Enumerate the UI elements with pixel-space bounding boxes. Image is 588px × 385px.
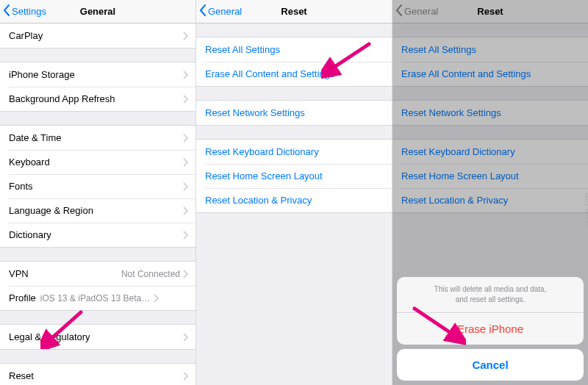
row-label: Keyboard (9, 156, 183, 168)
row-label: Dictionary (9, 229, 183, 240)
chevron-right-icon (183, 372, 188, 381)
row-date-time[interactable]: Date & Time (0, 126, 196, 150)
row-reset-location-privacy-dim: Reset Location & Privacy (392, 188, 588, 212)
group-reset-all-dim: Reset All Settings Erase All Content and… (392, 37, 588, 87)
group-reset-network: Reset Network Settings (196, 100, 392, 126)
row-fonts[interactable]: Fonts (0, 174, 196, 198)
row-language-region[interactable]: Language & Region (0, 198, 196, 223)
action-sheet-message: This will delete all media and data, and… (397, 277, 584, 313)
chevron-left-icon (199, 4, 208, 18)
back-label: General (208, 6, 242, 17)
back-label: General (404, 6, 438, 17)
back-button-settings[interactable]: Settings (3, 4, 46, 18)
chevron-right-icon (183, 134, 188, 143)
group-reset-network-dim: Reset Network Settings (392, 100, 588, 126)
row-keyboard[interactable]: Keyboard (0, 150, 196, 174)
action-sheet-main: This will delete all media and data, and… (397, 277, 584, 345)
row-label: Fonts (9, 181, 183, 192)
row-reset-all-settings-dim: Reset All Settings (392, 37, 588, 62)
group-legal: Legal & Regulatory (0, 324, 196, 350)
group-reset-other-dim: Reset Keyboard Dictionary Reset Home Scr… (392, 139, 588, 213)
row-label: VPN (9, 268, 121, 279)
row-label: Date & Time (9, 132, 183, 143)
chevron-right-icon (183, 32, 188, 40)
group-carplay: CarPlay (0, 24, 196, 48)
chevron-right-icon (183, 158, 188, 167)
panel-reset: General Reset Reset All Settings Erase A… (196, 0, 392, 385)
nav-title: Reset (477, 6, 503, 17)
navbar-reset: General Reset (196, 0, 392, 24)
row-label: Reset All Settings (401, 44, 581, 55)
row-detail: iOS 13 & iPadOS 13 Beta Software Pr… (40, 293, 151, 303)
row-profile[interactable]: Profile iOS 13 & iPadOS 13 Beta Software… (0, 286, 196, 310)
row-dictionary[interactable]: Dictionary (0, 223, 196, 247)
row-background-app-refresh[interactable]: Background App Refresh (0, 87, 196, 111)
row-carplay[interactable]: CarPlay (0, 24, 196, 48)
chevron-right-icon (183, 182, 188, 191)
row-reset-all-settings[interactable]: Reset All Settings (196, 37, 392, 62)
chevron-right-icon (183, 95, 188, 104)
row-label: Legal & Regulatory (9, 331, 183, 342)
group-datetime: Date & Time Keyboard Fonts Language & Re… (0, 125, 196, 248)
group-storage: iPhone Storage Background App Refresh (0, 62, 196, 112)
chevron-right-icon (154, 294, 159, 303)
three-panel-layout: Settings General CarPlay iPhone Storage … (0, 0, 588, 385)
row-label: iPhone Storage (9, 69, 183, 80)
row-label: CarPlay (9, 30, 183, 41)
chevron-right-icon (183, 270, 188, 278)
nav-title: Reset (281, 6, 306, 17)
action-sheet: This will delete all media and data, and… (397, 277, 584, 381)
row-legal-regulatory[interactable]: Legal & Regulatory (0, 325, 196, 349)
row-label: Reset Network Settings (401, 107, 581, 118)
back-button-general[interactable]: General (199, 4, 242, 18)
row-label: Reset Home Screen Layout (205, 170, 384, 181)
row-erase-all-content-dim: Erase All Content and Settings (392, 62, 588, 86)
chevron-left-icon (3, 4, 12, 18)
group-reset-all: Reset All Settings Erase All Content and… (196, 37, 392, 87)
panel-general: Settings General CarPlay iPhone Storage … (0, 0, 196, 385)
row-iphone-storage[interactable]: iPhone Storage (0, 62, 196, 87)
row-reset-home-screen[interactable]: Reset Home Screen Layout (196, 164, 392, 188)
cancel-button[interactable]: Cancel (397, 349, 584, 381)
chevron-right-icon (183, 231, 188, 240)
row-label: Reset (9, 370, 183, 381)
row-label: Reset All Settings (205, 44, 384, 55)
chevron-right-icon (183, 206, 188, 215)
erase-iphone-button[interactable]: Erase iPhone (397, 313, 584, 345)
row-label: Erase All Content and Settings (401, 68, 581, 79)
row-reset-keyboard-dict[interactable]: Reset Keyboard Dictionary (196, 140, 392, 164)
watermark: wsxdn.com (583, 192, 588, 229)
group-reset-other: Reset Keyboard Dictionary Reset Home Scr… (196, 139, 392, 213)
navbar-reset-dim: General Reset (392, 0, 588, 24)
chevron-right-icon (183, 333, 188, 342)
row-label: Reset Keyboard Dictionary (401, 146, 581, 157)
group-reset: Reset Shut Down (0, 363, 196, 385)
row-reset[interactable]: Reset (0, 364, 196, 385)
row-label: Language & Region (9, 205, 183, 216)
chevron-left-icon (395, 4, 404, 18)
row-erase-all-content[interactable]: Erase All Content and Settings (196, 62, 392, 86)
row-reset-home-screen-dim: Reset Home Screen Layout (392, 164, 588, 188)
chevron-right-icon (183, 71, 188, 79)
row-vpn[interactable]: VPN Not Connected (0, 262, 196, 286)
row-detail: Not Connected (121, 269, 180, 279)
row-reset-keyboard-dict-dim: Reset Keyboard Dictionary (392, 140, 588, 164)
back-button-general-dim: General (395, 4, 438, 18)
row-label: Reset Network Settings (205, 107, 384, 118)
navbar-general: Settings General (0, 0, 196, 24)
back-label: Settings (12, 6, 46, 17)
row-label: Reset Location & Privacy (401, 195, 581, 206)
group-vpn: VPN Not Connected Profile iOS 13 & iPadO… (0, 261, 196, 311)
row-reset-network-settings-dim: Reset Network Settings (392, 101, 588, 125)
row-label: Erase All Content and Settings (205, 68, 384, 79)
row-label: Reset Home Screen Layout (401, 170, 581, 181)
row-label: Profile (9, 292, 36, 303)
row-label: Reset Location & Privacy (205, 195, 384, 206)
row-reset-location-privacy[interactable]: Reset Location & Privacy (196, 188, 392, 212)
panel-reset-confirm: General Reset Reset All Settings Erase A… (392, 0, 588, 385)
row-label: Background App Refresh (9, 93, 183, 104)
row-label: Reset Keyboard Dictionary (205, 146, 384, 157)
nav-title: General (80, 6, 115, 17)
row-reset-network-settings[interactable]: Reset Network Settings (196, 101, 392, 125)
